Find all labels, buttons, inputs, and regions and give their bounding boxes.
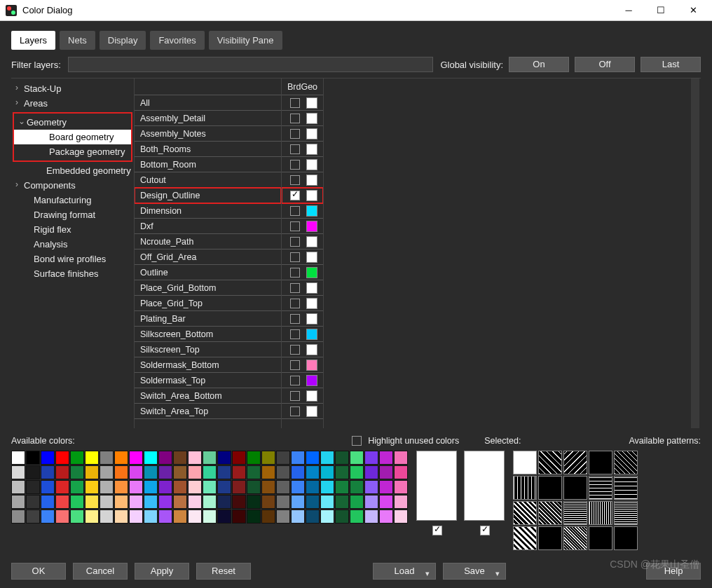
palette-swatch[interactable] (350, 465, 364, 479)
palette-swatch[interactable] (379, 510, 393, 524)
layer-row[interactable]: Soldermask_Bottom (135, 357, 281, 373)
palette-swatch[interactable] (100, 451, 114, 465)
pattern-swatch[interactable] (563, 501, 587, 525)
palette-swatch[interactable] (276, 451, 290, 465)
palette-swatch[interactable] (158, 510, 172, 524)
palette-swatch[interactable] (173, 510, 187, 524)
layer-color-swatch[interactable] (306, 175, 317, 186)
layer-visibility-checkbox[interactable] (290, 221, 300, 231)
palette-swatch[interactable] (129, 451, 143, 465)
scrollbar[interactable] (691, 78, 699, 428)
palette-swatch[interactable] (335, 465, 349, 479)
palette-swatch[interactable] (306, 510, 320, 524)
layer-row[interactable]: Both_Rooms (135, 142, 281, 157)
palette-swatch[interactable] (114, 480, 128, 494)
palette-swatch[interactable] (203, 480, 217, 494)
palette-swatch[interactable] (364, 510, 378, 524)
save-button[interactable]: Save (443, 563, 506, 580)
palette-swatch[interactable] (335, 451, 349, 465)
help-button[interactable]: Help (646, 563, 701, 580)
palette-swatch[interactable] (261, 510, 275, 524)
palette-swatch[interactable] (306, 451, 320, 465)
tree-item[interactable]: Analysis (11, 237, 134, 252)
palette-swatch[interactable] (203, 510, 217, 524)
palette-swatch[interactable] (232, 480, 246, 494)
palette-swatch[interactable] (55, 480, 69, 494)
layer-row[interactable]: All (135, 95, 281, 111)
palette-swatch[interactable] (335, 510, 349, 524)
layer-row[interactable]: Silkscreen_Bottom (135, 327, 281, 342)
layer-visibility-checkbox[interactable] (290, 314, 300, 324)
layer-visibility-checkbox[interactable] (290, 268, 300, 278)
palette-swatch[interactable] (188, 465, 202, 479)
ok-button[interactable]: OK (11, 563, 66, 580)
filter-input[interactable] (68, 57, 434, 72)
palette-swatch[interactable] (350, 480, 364, 494)
palette-swatch[interactable] (188, 495, 202, 509)
tree-item[interactable]: Areas (11, 96, 134, 111)
layer-row[interactable]: Plating_Bar (135, 311, 281, 327)
layer-color-swatch[interactable] (306, 159, 317, 170)
layer-visibility-checkbox[interactable] (290, 406, 300, 416)
palette-swatch[interactable] (85, 480, 99, 494)
palette-swatch[interactable] (335, 495, 349, 509)
apply-button[interactable]: Apply (135, 563, 189, 580)
palette-swatch[interactable] (11, 465, 25, 479)
palette-swatch[interactable] (129, 495, 143, 509)
palette-swatch[interactable] (144, 510, 158, 524)
palette-swatch[interactable] (55, 451, 69, 465)
palette-swatch[interactable] (11, 495, 25, 509)
layer-color-swatch[interactable] (306, 282, 317, 294)
pattern-swatch[interactable] (513, 526, 537, 550)
palette-swatch[interactable] (144, 465, 158, 479)
pattern-swatch[interactable] (513, 476, 537, 500)
layer-visibility-checkbox[interactable] (290, 144, 300, 154)
pattern-swatch[interactable] (614, 526, 638, 550)
layer-visibility-checkbox[interactable] (290, 160, 300, 170)
palette-swatch[interactable] (291, 480, 305, 494)
palette-swatch[interactable] (276, 465, 290, 479)
palette-swatch[interactable] (364, 465, 378, 479)
palette-swatch[interactable] (129, 480, 143, 494)
pattern-swatch[interactable] (538, 501, 562, 525)
layer-visibility-checkbox[interactable] (290, 206, 300, 216)
palette-swatch[interactable] (26, 510, 40, 524)
palette-swatch[interactable] (114, 465, 128, 479)
pattern-swatch[interactable] (538, 526, 562, 550)
palette-swatch[interactable] (173, 480, 187, 494)
palette-swatch[interactable] (41, 480, 55, 494)
reset-button[interactable]: Reset (196, 563, 251, 580)
palette-swatch[interactable] (26, 495, 40, 509)
palette-swatch[interactable] (70, 480, 84, 494)
layer-color-swatch[interactable] (306, 144, 317, 155)
palette-swatch[interactable] (306, 495, 320, 509)
palette-swatch[interactable] (114, 510, 128, 524)
pattern-swatch[interactable] (538, 451, 562, 474)
palette-swatch[interactable] (203, 495, 217, 509)
palette-swatch[interactable] (261, 495, 275, 509)
layer-row[interactable]: Switch_Area_Bottom (135, 388, 281, 404)
palette-swatch[interactable] (129, 465, 143, 479)
layer-color-swatch[interactable] (306, 113, 317, 124)
palette-swatch[interactable] (261, 451, 275, 465)
palette-swatch[interactable] (217, 510, 231, 524)
globalvis-on-button[interactable]: On (509, 57, 569, 72)
palette-swatch[interactable] (247, 451, 261, 465)
tree-item[interactable]: Board geometry (14, 130, 131, 144)
palette-swatch[interactable] (261, 465, 275, 479)
layer-row[interactable]: Assembly_Notes (135, 126, 281, 142)
pattern-swatch[interactable] (538, 476, 562, 500)
highlight-unused-checkbox[interactable] (352, 436, 362, 446)
tree-item[interactable]: Components (11, 178, 134, 193)
palette-swatch[interactable] (70, 495, 84, 509)
palette-swatch[interactable] (11, 451, 25, 465)
palette-swatch[interactable] (320, 495, 334, 509)
pattern-swatch[interactable] (589, 451, 612, 474)
palette-swatch[interactable] (247, 465, 261, 479)
selected-pattern-checkbox[interactable] (480, 526, 490, 535)
layer-visibility-checkbox[interactable] (290, 299, 300, 308)
palette-swatch[interactable] (129, 510, 143, 524)
palette-swatch[interactable] (55, 495, 69, 509)
pattern-swatch[interactable] (563, 476, 587, 500)
layer-color-swatch[interactable] (306, 360, 317, 371)
